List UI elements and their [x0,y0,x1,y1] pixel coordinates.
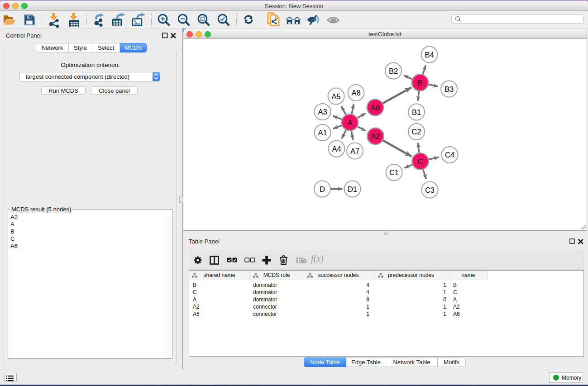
svg-text:A5: A5 [331,92,340,100]
svg-text:B4: B4 [425,51,434,59]
svg-text:B2: B2 [389,67,398,75]
svg-text:C: C [418,157,423,166]
svg-text:A7: A7 [350,147,359,155]
svg-text:C4: C4 [445,151,454,159]
svg-text:C1: C1 [389,168,399,176]
svg-text:A1: A1 [318,129,327,137]
svg-text:D: D [320,185,325,193]
svg-text:C2: C2 [411,128,421,136]
svg-text:A: A [347,119,352,127]
svg-text:A3: A3 [318,108,327,116]
svg-text:A8: A8 [351,89,360,97]
svg-text:B3: B3 [445,85,454,93]
svg-text:D1: D1 [348,185,357,193]
svg-text:A6: A6 [371,104,380,112]
svg-text:A2: A2 [371,132,380,140]
svg-text:C3: C3 [425,186,435,194]
svg-text:A4: A4 [332,145,341,153]
svg-text:B1: B1 [412,108,421,116]
svg-text:B: B [417,79,422,87]
